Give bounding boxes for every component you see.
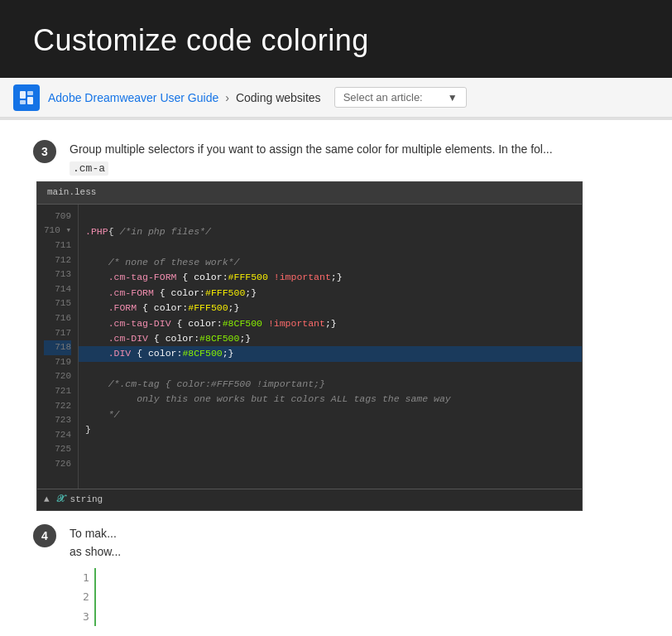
editor-body: 709 710 ▾ 711 712 713 714 715 716 717 71… bbox=[37, 205, 582, 489]
token: ;} bbox=[245, 286, 257, 301]
token: ;} bbox=[239, 331, 251, 346]
token: #FFF500 bbox=[228, 270, 268, 285]
line-numbers: 709 710 ▾ 711 712 713 714 715 716 717 71… bbox=[37, 205, 79, 489]
code-line-721: only this one works but it colors ALL ta… bbox=[79, 392, 582, 407]
divider bbox=[0, 118, 672, 120]
token: !important bbox=[268, 316, 325, 331]
breadcrumb-home-link[interactable]: Adobe Dreamweaver User Guide bbox=[48, 91, 218, 104]
chevron-down-icon: ▼ bbox=[448, 92, 458, 104]
token: #FFF500 bbox=[205, 286, 245, 301]
token: { color: bbox=[131, 346, 182, 361]
status-string-label: string bbox=[70, 493, 103, 508]
dreamweaver-icon: 𝒳 bbox=[56, 492, 64, 508]
up-arrow-icon: ▲ bbox=[44, 493, 50, 508]
svg-rect-3 bbox=[27, 97, 33, 104]
line-num-722: 722 bbox=[44, 399, 71, 414]
breadcrumb-current: Coding websites bbox=[236, 91, 321, 104]
token: .cm-tag-DIV bbox=[85, 316, 171, 331]
code-line-718: .DIV { color:#8CF500;} bbox=[79, 346, 582, 361]
code-line-725 bbox=[79, 453, 582, 468]
code-content: .PHP{ /*in php files*/ /* none of these … bbox=[79, 205, 582, 489]
line-num-714: 714 bbox=[44, 282, 71, 297]
token bbox=[262, 316, 268, 331]
token: .DIV bbox=[85, 346, 131, 361]
line-num-717: 717 bbox=[44, 326, 71, 341]
token: .cm-FORM bbox=[85, 286, 154, 301]
token: */ bbox=[85, 407, 119, 422]
token: .cm-tag-FORM bbox=[85, 270, 176, 285]
token: #FFF500 bbox=[188, 301, 228, 316]
token: { color: bbox=[137, 301, 188, 316]
token: /*in php files*/ bbox=[119, 224, 210, 239]
page-header: Customize code coloring bbox=[0, 0, 672, 78]
token: { color: bbox=[176, 270, 228, 285]
code-line-716: .cm-tag-DIV { color:#8CF500 !important;} bbox=[79, 316, 582, 331]
code-line-722: */ bbox=[79, 407, 582, 422]
svg-rect-2 bbox=[20, 100, 26, 104]
step-4: 4 To mak as show 1 2 3 bbox=[33, 524, 639, 626]
breadcrumb-separator: › bbox=[225, 91, 229, 104]
code-line-726 bbox=[79, 468, 582, 483]
editor-status-bar: ▲ 𝒳 string bbox=[37, 489, 582, 510]
token: only this one works but it colors ALL ta… bbox=[85, 392, 451, 407]
token bbox=[268, 270, 274, 285]
line-num-720: 720 bbox=[44, 369, 71, 384]
code-line-712: /* none of these work*/ bbox=[79, 255, 582, 270]
mini-line-1: 1 bbox=[83, 568, 89, 587]
page-title: Customize code coloring bbox=[33, 23, 639, 58]
token: { bbox=[108, 224, 120, 239]
article-select-label: Select an article: bbox=[343, 91, 443, 104]
step-3-text: Group multiple selectors if you want to … bbox=[70, 142, 553, 156]
line-num-710: 710 ▾ bbox=[44, 224, 71, 238]
breadcrumb: Adobe Dreamweaver User Guide › Coding we… bbox=[48, 91, 321, 104]
line-num-725: 725 bbox=[44, 442, 71, 457]
token: !important bbox=[274, 270, 331, 285]
code-line-715: .FORM { color:#FFF500;} bbox=[79, 301, 582, 316]
svg-rect-1 bbox=[27, 91, 33, 95]
token: ;} bbox=[325, 316, 337, 331]
token: } bbox=[85, 422, 91, 437]
token: ;} bbox=[223, 346, 234, 361]
line-num-719: 719 bbox=[44, 355, 71, 370]
line-num-726: 726 bbox=[44, 457, 71, 472]
line-num-709: 709 bbox=[44, 210, 71, 224]
code-line-709 bbox=[79, 210, 582, 224]
code-editor: main.less 709 710 ▾ 711 712 713 714 715 … bbox=[36, 181, 583, 511]
main-content: 3 Group multiple selectors if you want t… bbox=[0, 140, 672, 636]
step-4-text2: as show bbox=[70, 545, 121, 558]
step-number-4: 4 bbox=[33, 524, 56, 547]
code-line-710: .PHP{ /*in php files*/ bbox=[79, 224, 582, 239]
token: .cm-DIV bbox=[85, 331, 148, 346]
step-4-content: To mak as show 1 2 3 bbox=[70, 524, 639, 626]
code-line-714: .cm-FORM { color:#FFF500;} bbox=[79, 286, 582, 301]
token: { color: bbox=[171, 316, 223, 331]
line-num-715: 715 bbox=[44, 296, 71, 311]
token: /*.cm-tag { color:#FFF500 !important;} bbox=[85, 377, 325, 392]
mini-code-block: 1 2 3 bbox=[83, 568, 639, 626]
article-select[interactable]: Select an article: ▼ bbox=[334, 87, 467, 108]
step-3: 3 Group multiple selectors if you want t… bbox=[33, 140, 639, 511]
line-num-724: 724 bbox=[44, 428, 71, 443]
navbar: Adobe Dreamweaver User Guide › Coding we… bbox=[0, 78, 672, 118]
line-num-713: 713 bbox=[44, 267, 71, 282]
step-3-selector: .cm-a bbox=[70, 161, 108, 176]
token: /* none of these work*/ bbox=[85, 255, 239, 270]
mini-line-numbers: 1 2 3 bbox=[83, 568, 96, 626]
code-line-723: } bbox=[79, 422, 582, 437]
line-num-718: 718 bbox=[44, 340, 71, 355]
token: #8CF500 bbox=[182, 346, 222, 361]
code-line-711 bbox=[79, 240, 582, 255]
editor-tab: main.less bbox=[37, 182, 582, 205]
line-num-711: 711 bbox=[44, 238, 71, 253]
code-line-724 bbox=[79, 438, 582, 453]
product-icon bbox=[13, 84, 40, 111]
mini-line-3: 3 bbox=[83, 607, 89, 626]
token: #8CF500 bbox=[223, 316, 262, 331]
step-3-content: Group multiple selectors if you want to … bbox=[70, 140, 639, 511]
line-num-721: 721 bbox=[44, 384, 71, 399]
token: ;} bbox=[331, 270, 343, 285]
step-number-3: 3 bbox=[33, 140, 56, 163]
token: .PHP bbox=[85, 224, 108, 239]
code-line-720: /*.cm-tag { color:#FFF500 !important;} bbox=[79, 377, 582, 392]
token: ;} bbox=[228, 301, 240, 316]
